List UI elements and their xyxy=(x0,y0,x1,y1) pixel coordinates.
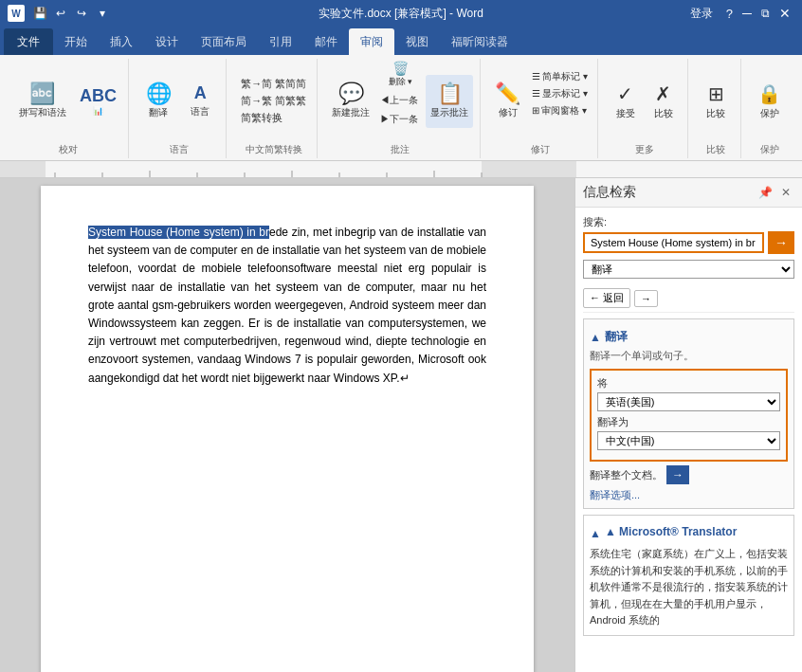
review-pane-button[interactable]: ⊞ 审阅窗格 ▾ xyxy=(529,103,591,118)
tab-foxit[interactable]: 福昕阅读器 xyxy=(440,28,519,55)
ms-translator-header[interactable]: ▲ ▲ Microsoft® Translator xyxy=(590,521,788,546)
simple-markup-icon: ☰ xyxy=(532,71,540,82)
compare-button[interactable]: ⊞ 比较 xyxy=(699,80,733,123)
ruler-svg xyxy=(8,161,802,178)
translate-doc-label: 翻译整个文档。 xyxy=(590,468,663,482)
svg-rect-0 xyxy=(8,161,802,178)
reject-button[interactable]: ✗ 比较 xyxy=(647,80,681,123)
redo-button[interactable]: ↪ xyxy=(72,4,91,23)
protect-icon: 🔒 xyxy=(757,82,781,105)
title-bar: W 💾 ↩ ↪ ▾ 实验文件.docx [兼容模式] - Word 登录 ? ─… xyxy=(0,0,802,27)
search-row: → xyxy=(583,231,794,254)
from-label: 将 xyxy=(597,376,780,390)
abc-btn[interactable]: ABC 📊 xyxy=(75,84,122,118)
show-comments-icon: 📋 xyxy=(437,83,463,104)
translate-collapse-icon: ▲ xyxy=(590,331,601,344)
translate-button[interactable]: 🌐 翻译 xyxy=(139,75,177,128)
sidebar-close-button[interactable]: ✕ xyxy=(777,184,794,201)
tab-references[interactable]: 引用 xyxy=(258,28,303,55)
ruler xyxy=(0,161,802,178)
service-dropdown[interactable]: 翻译 同义词库 必应搜索 xyxy=(583,260,794,279)
qat-dropdown[interactable]: ▾ xyxy=(93,4,112,23)
sidebar: 信息检索 📌 ✕ 搜索: → 翻译 同义词库 必应搜索 xyxy=(574,178,802,672)
from-lang-select[interactable]: 英语(美国) 自动检测 xyxy=(597,392,780,411)
undo-button[interactable]: ↩ xyxy=(51,4,70,23)
trad-to-simp-button[interactable]: 繁→简 繁简简 xyxy=(237,76,310,92)
next-comment-button[interactable]: ▶下一条 xyxy=(376,111,422,128)
minimize-button[interactable]: ─ xyxy=(738,6,756,21)
review-pane-icon: ⊞ xyxy=(532,105,539,116)
window-title: 实验文件.docx [兼容模式] - Word xyxy=(319,6,483,22)
simp-convert-button[interactable]: 简繁转换 xyxy=(237,110,310,126)
search-section: 搜索: → xyxy=(583,215,794,254)
to-lang-select[interactable]: 中文(中国) 英语(美国) xyxy=(597,431,780,450)
group-language-label: 语言 xyxy=(170,143,189,156)
selected-text: System House (Home system) in br xyxy=(88,226,269,239)
protect-button[interactable]: 🔒 保护 xyxy=(752,80,787,123)
language-button[interactable]: A 语言 xyxy=(181,75,219,128)
back-button[interactable]: ← 返回 xyxy=(583,288,630,308)
svg-rect-1 xyxy=(8,161,46,178)
prev-comment-button[interactable]: ◀上一条 xyxy=(376,92,422,109)
simp-to-trad-button[interactable]: 简→繁 简繁繁 xyxy=(237,93,310,109)
delete-comment-button[interactable]: 🗑️ 删除 ▾ xyxy=(376,59,424,90)
tab-view[interactable]: 视图 xyxy=(394,28,440,55)
group-proofing: 🔤 拼写和语法 ABC 📊 校对 xyxy=(8,59,129,158)
translate-doc-button[interactable]: → xyxy=(666,465,689,484)
sidebar-body: 搜索: → 翻译 同义词库 必应搜索 ← 返回 → xyxy=(575,208,802,672)
simple-markup-button[interactable]: ☰ 简单标记 ▾ xyxy=(529,69,591,84)
forward-button[interactable]: → xyxy=(634,290,658,307)
restore-button[interactable]: ⧉ xyxy=(757,6,774,21)
ribbon-tab-bar: 文件 开始 插入 设计 页面布局 引用 邮件 审阅 视图 福昕阅读器 xyxy=(0,27,802,55)
sidebar-header: 信息检索 📌 ✕ xyxy=(575,178,802,208)
show-comments-button[interactable]: 📋 显示批注 xyxy=(426,75,473,128)
group-proofing-label: 校对 xyxy=(59,143,78,156)
tab-review[interactable]: 审阅 xyxy=(349,28,394,55)
next-icon: ▶下一条 xyxy=(380,113,418,126)
tab-layout[interactable]: 页面布局 xyxy=(190,28,258,55)
translate-icon: 🌐 xyxy=(146,83,172,104)
service-select-row: 翻译 同义词库 必应搜索 xyxy=(583,260,794,279)
group-protect-label: 保护 xyxy=(760,143,779,156)
new-comment-button[interactable]: 💬 新建批注 xyxy=(327,75,374,128)
nav-row: ← 返回 → xyxy=(583,284,794,313)
ruler-main xyxy=(8,161,802,177)
save-button[interactable]: 💾 xyxy=(30,4,49,23)
prev-icon: ◀上一条 xyxy=(380,94,418,107)
sidebar-pin-button[interactable]: 📌 xyxy=(756,184,774,201)
main-area: System House (Home system) in brede zin,… xyxy=(0,178,802,672)
search-submit-button[interactable]: → xyxy=(768,231,794,254)
spelling-icon: 🔤 xyxy=(29,83,55,104)
login-button[interactable]: 登录 xyxy=(683,4,720,24)
tab-design[interactable]: 设计 xyxy=(144,28,190,55)
simp-trad-buttons: 繁→简 繁简简 简→繁 简繁繁 简繁转换 xyxy=(237,76,310,126)
group-track: ✏️ 修订 ☰ 简单标记 ▾ ☰ 显示标记 ▾ ⊞ 审阅窗格 ▾ xyxy=(484,59,598,158)
group-protect: 🔒 保护 保护 xyxy=(745,59,794,158)
tab-home[interactable]: 开始 xyxy=(53,28,99,55)
track-changes-icon: ✏️ xyxy=(495,83,520,104)
search-label: 搜索: xyxy=(583,215,794,229)
show-markup-button[interactable]: ☰ 显示标记 ▾ xyxy=(529,86,591,101)
search-input[interactable] xyxy=(583,232,764,253)
tab-insert[interactable]: 插入 xyxy=(99,28,144,55)
track-changes-button[interactable]: ✏️ 修订 xyxy=(490,75,525,128)
tab-mail[interactable]: 邮件 xyxy=(303,28,349,55)
group-track-label: 修订 xyxy=(531,143,550,156)
window-controls: ─ ⧉ ✕ xyxy=(738,6,794,21)
new-comment-icon: 💬 xyxy=(338,83,364,104)
translate-section-header[interactable]: ▲ 翻译 xyxy=(590,325,788,349)
document-area: System House (Home system) in brede zin,… xyxy=(0,178,574,672)
group-language: 🌐 翻译 A 语言 语言 xyxy=(133,59,227,158)
paragraph-1: System House (Home system) in brede zin,… xyxy=(88,224,486,388)
delete-icon: 🗑️ xyxy=(392,61,409,76)
ms-translator-section: ▲ ▲ Microsoft® Translator 系统住宅（家庭系统）在广义上… xyxy=(583,515,794,636)
tab-file[interactable]: 文件 xyxy=(4,28,53,55)
close-button[interactable]: ✕ xyxy=(775,6,794,21)
group-compare: ⊞ 比较 比较 xyxy=(692,59,741,158)
translate-options-link[interactable]: 翻译选项... xyxy=(590,488,788,502)
help-button[interactable]: ? xyxy=(726,7,733,21)
ribbon-content: 🔤 拼写和语法 ABC 📊 校对 🌐 翻译 xyxy=(0,55,802,160)
ms-translator-collapse-icon: ▲ xyxy=(590,527,601,540)
accept-button[interactable]: ✓ 接受 xyxy=(609,80,643,123)
spelling-button[interactable]: 🔤 拼写和语法 xyxy=(14,75,71,128)
